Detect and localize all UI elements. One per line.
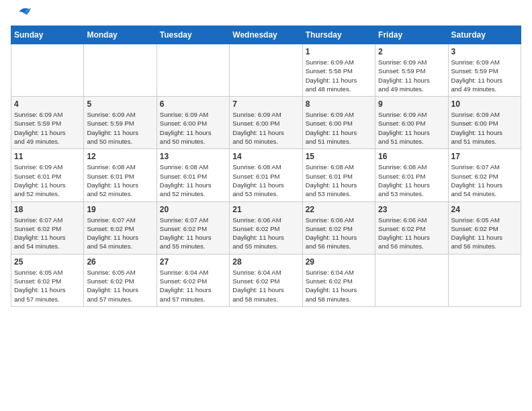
calendar-week-row: 1Sunrise: 6:09 AM Sunset: 5:58 PM Daylig… <box>11 44 521 97</box>
day-number: 13 <box>160 152 226 161</box>
day-number: 5 <box>87 99 153 109</box>
day-info: Sunrise: 6:07 AM Sunset: 6:02 PM Dayligh… <box>160 216 226 251</box>
calendar-day-cell: 19Sunrise: 6:07 AM Sunset: 6:02 PM Dayli… <box>84 201 157 254</box>
day-info: Sunrise: 6:06 AM Sunset: 6:02 PM Dayligh… <box>378 216 445 251</box>
calendar-day-cell <box>11 44 84 97</box>
calendar-day-cell: 11Sunrise: 6:09 AM Sunset: 6:01 PM Dayli… <box>11 149 84 201</box>
calendar-day-cell: 8Sunrise: 6:09 AM Sunset: 6:00 PM Daylig… <box>302 97 375 149</box>
calendar-day-cell <box>375 254 448 306</box>
calendar-table: SundayMondayTuesdayWednesdayThursdayFrid… <box>11 26 521 307</box>
calendar-day-cell: 18Sunrise: 6:07 AM Sunset: 6:02 PM Dayli… <box>11 201 84 254</box>
calendar-day-cell: 15Sunrise: 6:08 AM Sunset: 6:01 PM Dayli… <box>302 149 375 201</box>
day-number: 3 <box>451 47 518 56</box>
calendar-day-cell: 29Sunrise: 6:04 AM Sunset: 6:02 PM Dayli… <box>302 254 375 306</box>
day-number: 14 <box>232 152 299 161</box>
calendar-day-cell <box>230 44 302 97</box>
day-info: Sunrise: 6:07 AM Sunset: 6:02 PM Dayligh… <box>87 216 153 251</box>
day-number: 22 <box>306 205 372 214</box>
day-number: 8 <box>306 99 372 109</box>
calendar-day-cell: 21Sunrise: 6:06 AM Sunset: 6:02 PM Dayli… <box>230 201 302 254</box>
day-info: Sunrise: 6:09 AM Sunset: 6:00 PM Dayligh… <box>306 110 372 146</box>
day-info: Sunrise: 6:04 AM Sunset: 6:02 PM Dayligh… <box>160 268 226 304</box>
calendar-day-cell: 28Sunrise: 6:04 AM Sunset: 6:02 PM Dayli… <box>230 254 302 306</box>
day-info: Sunrise: 6:04 AM Sunset: 6:02 PM Dayligh… <box>232 268 299 304</box>
day-number: 26 <box>87 257 153 267</box>
day-info: Sunrise: 6:05 AM Sunset: 6:02 PM Dayligh… <box>451 216 518 251</box>
day-number: 24 <box>451 205 518 214</box>
day-info: Sunrise: 6:07 AM Sunset: 6:02 PM Dayligh… <box>14 216 81 251</box>
calendar-day-cell <box>84 44 157 97</box>
day-number: 10 <box>451 99 518 109</box>
day-info: Sunrise: 6:09 AM Sunset: 6:00 PM Dayligh… <box>160 110 226 146</box>
calendar-day-cell <box>157 44 229 97</box>
day-info: Sunrise: 6:09 AM Sunset: 5:58 PM Dayligh… <box>306 58 372 93</box>
day-number: 1 <box>306 47 372 56</box>
day-info: Sunrise: 6:09 AM Sunset: 6:00 PM Dayligh… <box>232 110 299 146</box>
day-number: 20 <box>160 205 226 214</box>
calendar-day-cell: 27Sunrise: 6:04 AM Sunset: 6:02 PM Dayli… <box>157 254 229 306</box>
day-number: 18 <box>14 205 81 214</box>
day-info: Sunrise: 6:05 AM Sunset: 6:02 PM Dayligh… <box>14 268 81 304</box>
day-info: Sunrise: 6:09 AM Sunset: 6:00 PM Dayligh… <box>378 110 445 146</box>
calendar-day-cell: 1Sunrise: 6:09 AM Sunset: 5:58 PM Daylig… <box>302 44 375 97</box>
logo-bird-icon <box>12 5 32 19</box>
day-of-week-header: Wednesday <box>230 26 302 44</box>
calendar-day-cell: 17Sunrise: 6:07 AM Sunset: 6:02 PM Dayli… <box>448 149 521 201</box>
calendar-day-cell <box>448 254 521 306</box>
day-info: Sunrise: 6:09 AM Sunset: 5:59 PM Dayligh… <box>378 58 445 93</box>
calendar-day-cell: 16Sunrise: 6:08 AM Sunset: 6:01 PM Dayli… <box>375 149 448 201</box>
calendar-day-cell: 2Sunrise: 6:09 AM Sunset: 5:59 PM Daylig… <box>375 44 448 97</box>
day-info: Sunrise: 6:06 AM Sunset: 6:02 PM Dayligh… <box>232 216 299 251</box>
day-number: 11 <box>14 152 81 161</box>
day-info: Sunrise: 6:09 AM Sunset: 5:59 PM Dayligh… <box>451 58 518 93</box>
day-number: 2 <box>378 47 445 56</box>
calendar-day-cell: 6Sunrise: 6:09 AM Sunset: 6:00 PM Daylig… <box>157 97 229 149</box>
day-info: Sunrise: 6:07 AM Sunset: 6:02 PM Dayligh… <box>451 163 518 198</box>
calendar-week-row: 18Sunrise: 6:07 AM Sunset: 6:02 PM Dayli… <box>11 201 521 254</box>
day-number: 6 <box>160 99 226 109</box>
calendar-day-cell: 22Sunrise: 6:06 AM Sunset: 6:02 PM Dayli… <box>302 201 375 254</box>
day-number: 23 <box>378 205 445 214</box>
day-of-week-header: Saturday <box>448 26 521 44</box>
calendar-week-row: 11Sunrise: 6:09 AM Sunset: 6:01 PM Dayli… <box>11 149 521 201</box>
calendar-day-cell: 4Sunrise: 6:09 AM Sunset: 5:59 PM Daylig… <box>11 97 84 149</box>
day-info: Sunrise: 6:08 AM Sunset: 6:01 PM Dayligh… <box>306 163 372 198</box>
day-of-week-header: Thursday <box>302 26 375 44</box>
calendar-day-cell: 24Sunrise: 6:05 AM Sunset: 6:02 PM Dayli… <box>448 201 521 254</box>
day-number: 9 <box>378 99 445 109</box>
day-number: 17 <box>451 152 518 161</box>
day-number: 29 <box>306 257 372 267</box>
day-info: Sunrise: 6:09 AM Sunset: 5:59 PM Dayligh… <box>14 110 81 146</box>
calendar-day-cell: 9Sunrise: 6:09 AM Sunset: 6:00 PM Daylig… <box>375 97 448 149</box>
calendar-week-row: 4Sunrise: 6:09 AM Sunset: 5:59 PM Daylig… <box>11 97 521 149</box>
calendar-day-cell: 25Sunrise: 6:05 AM Sunset: 6:02 PM Dayli… <box>11 254 84 306</box>
day-number: 15 <box>306 152 372 161</box>
day-info: Sunrise: 6:08 AM Sunset: 6:01 PM Dayligh… <box>87 163 153 198</box>
calendar-week-row: 25Sunrise: 6:05 AM Sunset: 6:02 PM Dayli… <box>11 254 521 306</box>
day-info: Sunrise: 6:04 AM Sunset: 6:02 PM Dayligh… <box>306 268 372 304</box>
day-number: 12 <box>87 152 153 161</box>
day-info: Sunrise: 6:08 AM Sunset: 6:01 PM Dayligh… <box>378 163 445 198</box>
day-number: 16 <box>378 152 445 161</box>
day-number: 27 <box>160 257 226 267</box>
day-number: 19 <box>87 205 153 214</box>
day-info: Sunrise: 6:09 AM Sunset: 6:00 PM Dayligh… <box>451 110 518 146</box>
day-info: Sunrise: 6:06 AM Sunset: 6:02 PM Dayligh… <box>306 216 372 251</box>
calendar-day-cell: 23Sunrise: 6:06 AM Sunset: 6:02 PM Dayli… <box>375 201 448 254</box>
day-number: 28 <box>232 257 299 267</box>
calendar-day-cell: 3Sunrise: 6:09 AM Sunset: 5:59 PM Daylig… <box>448 44 521 97</box>
calendar-day-cell: 7Sunrise: 6:09 AM Sunset: 6:00 PM Daylig… <box>230 97 302 149</box>
day-of-week-header: Monday <box>84 26 157 44</box>
day-number: 7 <box>232 99 299 109</box>
calendar-header-row: SundayMondayTuesdayWednesdayThursdayFrid… <box>11 26 521 44</box>
day-number: 21 <box>232 205 299 214</box>
calendar-day-cell: 26Sunrise: 6:05 AM Sunset: 6:02 PM Dayli… <box>84 254 157 306</box>
calendar-day-cell: 14Sunrise: 6:08 AM Sunset: 6:01 PM Dayli… <box>230 149 302 201</box>
day-of-week-header: Friday <box>375 26 448 44</box>
day-info: Sunrise: 6:09 AM Sunset: 6:01 PM Dayligh… <box>14 163 81 198</box>
day-of-week-header: Sunday <box>11 26 84 44</box>
day-info: Sunrise: 6:08 AM Sunset: 6:01 PM Dayligh… <box>160 163 226 198</box>
calendar-day-cell: 5Sunrise: 6:09 AM Sunset: 5:59 PM Daylig… <box>84 97 157 149</box>
logo <box>11 11 32 19</box>
day-info: Sunrise: 6:05 AM Sunset: 6:02 PM Dayligh… <box>87 268 153 304</box>
